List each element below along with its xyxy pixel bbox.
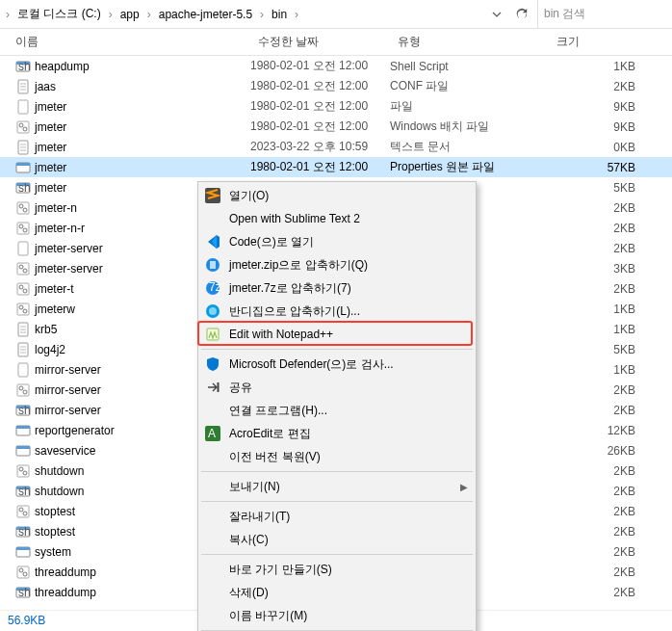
menu-item[interactable]: Code(으)로 열기	[200, 230, 474, 253]
menu-item-label: 공유	[229, 380, 468, 396]
svg-rect-16	[16, 163, 30, 166]
file-type: 파일	[390, 98, 549, 115]
menu-item-label: Edit with Notepad++	[229, 328, 468, 341]
menu-icon-blank	[204, 607, 221, 624]
file-size: 1KB	[549, 60, 655, 73]
menu-item[interactable]: 복사(C)	[200, 528, 474, 551]
menu-item[interactable]: Microsoft Defender(으)로 검사...	[200, 353, 474, 376]
menu-item-label: jmeter.7z로 압축하기(7)	[229, 280, 468, 297]
file-size: 2KB	[549, 545, 655, 559]
address-bar: › 로컬 디스크 (C:) › app › apache-jmeter-5.5 …	[0, 0, 672, 29]
column-header-name[interactable]: 이름	[0, 34, 250, 50]
menu-item-label: AcroEdit로 편집	[229, 426, 468, 442]
file-size: 57KB	[549, 161, 655, 174]
bandi7z-icon: 7z	[204, 279, 221, 297]
file-size: 2KB	[549, 485, 655, 498]
menu-item[interactable]: 공유	[200, 376, 474, 399]
column-header-date[interactable]: 수정한 날짜	[250, 34, 390, 50]
svg-text:sh: sh	[18, 60, 31, 73]
menu-item[interactable]: 이름 바꾸기(M)	[200, 604, 474, 627]
file-size: 2KB	[549, 404, 655, 417]
file-type-icon	[15, 281, 31, 297]
menu-icon-blank	[204, 210, 221, 227]
breadcrumb-segment[interactable]: bin	[266, 4, 293, 25]
chevron-right-icon: ›	[4, 8, 12, 21]
file-date: 1980-02-01 오전 12:00	[250, 159, 390, 175]
breadcrumb-segment[interactable]: apache-jmeter-5.5	[153, 4, 258, 25]
menu-item[interactable]: 반디집으로 압축하기(L)...	[200, 300, 474, 323]
menu-item-label: 보내기(N)	[229, 479, 452, 495]
file-size: 2KB	[549, 383, 655, 397]
menu-separator	[201, 349, 473, 350]
svg-text:sh: sh	[18, 485, 31, 498]
menu-item[interactable]: Open with Sublime Text 2	[200, 207, 474, 230]
file-name: threaddump	[35, 565, 96, 579]
file-date: 1980-02-01 오전 12:00	[250, 98, 390, 115]
menu-item[interactable]: 연결 프로그램(H)...	[200, 399, 474, 422]
svg-rect-7	[18, 100, 28, 114]
chevron-right-icon: ›	[258, 8, 266, 21]
file-size: 3KB	[549, 262, 655, 276]
file-name: jmeter-server	[35, 262, 103, 276]
file-type-icon	[15, 322, 31, 337]
file-row[interactable]: jmeter1980-02-01 오전 12:00Properties 원본 파…	[0, 157, 672, 177]
file-size: 2KB	[549, 464, 655, 478]
menu-item[interactable]: 바로 가기 만들기(S)	[200, 558, 474, 581]
file-type-icon	[15, 565, 31, 580]
file-row[interactable]: shheapdump1980-02-01 오전 12:00Shell Scrip…	[0, 56, 672, 76]
menu-item[interactable]: 삭제(D)	[200, 581, 474, 604]
file-type: Shell Script	[390, 60, 549, 73]
svg-rect-30	[17, 283, 29, 295]
chevron-right-icon: ›	[145, 8, 153, 21]
file-date: 1980-02-01 오전 12:00	[250, 58, 390, 74]
menu-item[interactable]: 열기(O)	[200, 184, 474, 207]
file-row[interactable]: jmeter1980-02-01 오전 12:00파일9KB	[0, 96, 672, 117]
file-name: saveservice	[35, 444, 95, 458]
menu-item[interactable]: 보내기(N)▶	[200, 475, 474, 498]
column-header-type[interactable]: 유형	[390, 34, 549, 50]
search-box[interactable]: bin 검색	[537, 0, 672, 29]
menu-item[interactable]: 이전 버전 복원(V)	[200, 445, 474, 468]
menu-item-label: Code(으)로 열기	[229, 234, 468, 250]
breadcrumb-segment[interactable]: app	[115, 4, 145, 25]
file-type-icon	[15, 342, 31, 357]
file-name: stoptest	[35, 505, 75, 518]
file-size: 1KB	[549, 302, 655, 316]
file-name: jmeter	[35, 100, 66, 114]
file-size: 2KB	[549, 565, 655, 579]
menu-item[interactable]: AAcroEdit로 편집	[200, 422, 474, 445]
svg-rect-54	[16, 446, 30, 449]
dropdown-button[interactable]	[485, 3, 508, 26]
file-type-icon	[15, 544, 31, 560]
svg-rect-55	[17, 465, 29, 477]
column-header-size[interactable]: 크기	[549, 34, 655, 50]
file-name: jmeter	[35, 181, 66, 195]
file-row[interactable]: jmeter2023-03-22 오후 10:59텍스트 문서0KB	[0, 137, 672, 157]
file-row[interactable]: jmeter1980-02-01 오전 12:00Windows 배치 파일9K…	[0, 117, 672, 137]
breadcrumb-segment[interactable]: 로컬 디스크 (C:)	[12, 2, 107, 26]
menu-separator	[201, 554, 473, 555]
file-size: 9KB	[549, 100, 655, 114]
file-type-icon	[15, 119, 31, 135]
menu-icon-blank	[204, 448, 221, 465]
menu-item[interactable]: 7zjmeter.7z로 압축하기(7)	[200, 276, 474, 300]
svg-rect-45	[17, 384, 29, 396]
file-size: 1KB	[549, 363, 655, 377]
file-name: jmeter-n-r	[35, 222, 85, 235]
file-size: 2KB	[549, 242, 655, 255]
file-type-icon	[15, 423, 31, 438]
menu-item[interactable]: jmeter.zip으로 압축하기(Q)	[200, 253, 474, 276]
file-row[interactable]: jaas1980-02-01 오전 12:00CONF 파일2KB	[0, 76, 672, 96]
file-type-icon	[15, 302, 31, 317]
menu-item[interactable]: Edit with Notepad++	[200, 323, 474, 346]
menu-icon-blank	[204, 478, 221, 495]
refresh-button[interactable]	[510, 3, 533, 26]
svg-rect-68	[16, 547, 30, 550]
menu-item[interactable]: 잘라내기(T)	[200, 505, 474, 528]
file-name: heapdump	[35, 60, 90, 73]
menu-item-label: 열기(O)	[229, 188, 468, 204]
file-type-icon	[15, 221, 31, 236]
file-size: 2KB	[549, 586, 655, 599]
file-size: 12KB	[549, 424, 655, 437]
file-date: 1980-02-01 오전 12:00	[250, 118, 390, 135]
